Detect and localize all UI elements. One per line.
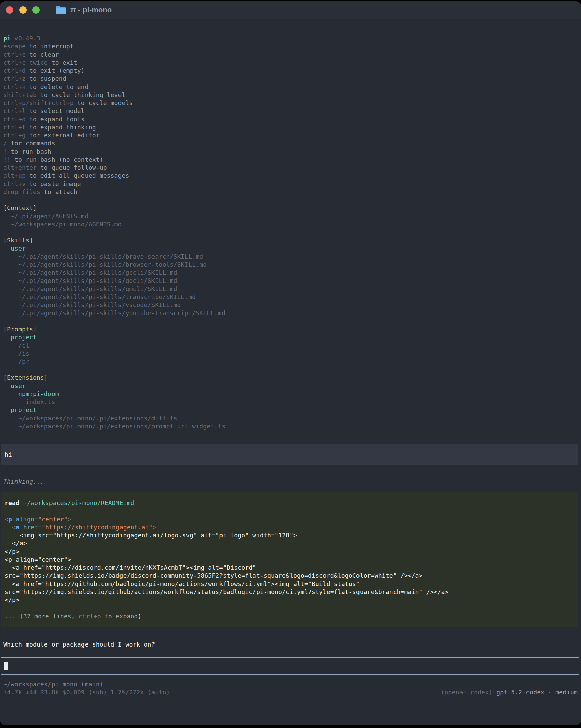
code-line: src="https://img.shields.io/badge/discor… <box>1 572 578 580</box>
shortcut-desc: to attach <box>41 188 77 195</box>
terminal-window: π - pi-mono pi v0.49.3 escape to interru… <box>0 1 581 725</box>
entry-path: ~/.pi/agent/AGENTS.md <box>3 212 88 219</box>
window-title: π - pi-mono <box>70 6 112 14</box>
section-extensions: [Extensions] user npm:pi-doom index.ts p… <box>0 374 581 430</box>
section-entry: /is <box>0 349 581 358</box>
section-entry: /cl <box>0 341 581 349</box>
shortcut-line: / for commands <box>0 139 581 148</box>
tool-call-box: read ~/workspaces/pi-mono/README.md <p a… <box>1 492 578 627</box>
minimize-button[interactable] <box>19 6 27 14</box>
shortcut-key: ctrl+g <box>3 132 26 139</box>
shortcut-desc: to expand tools <box>26 115 85 123</box>
shortcut-key: alt+enter <box>3 164 37 171</box>
entry-path: ~/workspaces/pi-mono/AGENTS.md <box>3 220 122 228</box>
thinking-indicator: Thinking... <box>0 477 581 486</box>
hint-token: (37 more lines, <box>20 613 79 620</box>
provider-label: (openai-codex) <box>441 688 496 696</box>
shortcut-key: !! <box>3 156 11 163</box>
section-entry: project <box>0 406 581 414</box>
shortcut-line: ctrl+t to expand thinking <box>0 123 581 131</box>
user-message-box: hi <box>1 444 578 465</box>
tool-call-header: read ~/workspaces/pi-mono/README.md <box>1 499 578 507</box>
shortcut-key: ctrl+o <box>3 115 26 123</box>
spacer <box>1 507 578 515</box>
shortcut-line: !! to run bash (no context) <box>0 156 581 164</box>
hint-token: ... <box>5 613 20 620</box>
scope-label: project <box>3 407 37 414</box>
section-context: [Context] ~/.pi/agent/AGENTS.md ~/worksp… <box>0 204 581 228</box>
shortcut-desc: for commands <box>7 140 55 147</box>
shortcut-desc: to select model <box>26 107 85 114</box>
shortcut-line: escape to interrupt <box>0 43 581 51</box>
shortcut-key: ctrl+d <box>3 67 26 74</box>
shortcut-key: drop files <box>3 188 41 195</box>
shortcut-key: ctrl+v <box>3 180 26 187</box>
code-token: </p> <box>5 596 20 603</box>
app-version-line: pi v0.49.3 <box>0 34 581 43</box>
code-line: <a href="https://shittycodingagent.ai"> <box>1 523 578 531</box>
tool-arg: ~/workspaces/pi-mono/README.md <box>20 499 134 506</box>
shortcut-desc: to queue follow-up <box>37 164 107 171</box>
shortcut-desc: to delete to end <box>26 83 88 90</box>
code-token: "https://shittycodingagent.ai" <box>42 524 153 531</box>
app-version: v0.49.3 <box>11 35 41 42</box>
code-token: < <box>5 516 8 523</box>
shortcut-desc: to exit (empty) <box>26 67 85 74</box>
tool-output-code: <p align="center"> <a href="https://shit… <box>1 515 578 604</box>
section-skills: [Skills] user ~/.pi/agent/skills/pi-skil… <box>0 236 581 317</box>
shortcut-desc: to exit <box>48 59 77 66</box>
code-line: </a> <box>1 540 578 547</box>
section-entry: ~/.pi/agent/skills/pi-skills/brave-searc… <box>0 253 581 261</box>
section-entry: /pr <box>0 358 581 366</box>
code-token: </p> <box>5 548 20 555</box>
code-token: href <box>23 524 38 531</box>
shortcut-key: ctrl+l <box>3 107 26 114</box>
section-entry: ~/.pi/agent/skills/pi-skills/gmcli/SKILL… <box>0 285 581 293</box>
shortcut-line: drop files to attach <box>0 188 581 196</box>
shortcut-key: alt+up <box>3 172 26 179</box>
code-token: > <box>153 524 157 531</box>
entry-path: /pr <box>3 358 29 365</box>
spacer <box>1 604 578 612</box>
shortcut-key: ctrl+c <box>3 51 26 58</box>
section-entry: ~/workspaces/pi-mono/AGENTS.md <box>0 220 581 228</box>
status-cwd: ~/workspaces/pi-mono (main) <box>0 680 581 688</box>
entry-path: ~/.pi/agent/skills/pi-skills/browser-too… <box>3 261 207 268</box>
section-header: [Extensions] <box>0 374 581 382</box>
code-token: src="https://img.shields.io/github/actio… <box>5 588 448 595</box>
scope-label: project <box>3 334 37 341</box>
tool-name: read <box>5 499 20 506</box>
code-token: > <box>68 516 71 523</box>
entry-path: ~/.pi/agent/skills/pi-skills/brave-searc… <box>3 253 203 260</box>
entry-path: ~/.pi/agent/skills/pi-skills/transcribe/… <box>3 293 195 301</box>
code-token: = <box>34 516 38 523</box>
shortcut-desc: to suspend <box>26 75 66 82</box>
input-line[interactable] <box>1 662 579 670</box>
section-prompts: [Prompts] project /cl /is /pr <box>0 325 581 366</box>
code-token: src="https://img.shields.io/badge/discor… <box>5 572 423 579</box>
shortcut-desc: to cycle thinking level <box>37 91 126 98</box>
prompt-input[interactable] <box>1 657 579 675</box>
section-entry: ~/.pi/agent/skills/pi-skills/gccli/SKILL… <box>0 269 581 277</box>
folder-icon <box>56 6 66 15</box>
maximize-button[interactable] <box>32 6 40 14</box>
section-entry: ~/.pi/agent/skills/pi-skills/browser-too… <box>0 261 581 269</box>
shortcut-key: ! <box>3 148 7 155</box>
shortcut-key: escape <box>3 43 26 50</box>
code-token: <p align="center"> <box>5 556 71 563</box>
code-token: < <box>12 524 16 531</box>
close-button[interactable] <box>6 6 14 14</box>
entry-path: ~/.pi/agent/skills/pi-skills/gdcli/SKILL… <box>3 277 177 284</box>
section-header: [Skills] <box>0 236 581 244</box>
code-token: <a href="https://discord.com/invite/nKXT… <box>5 564 256 571</box>
text-cursor <box>4 662 8 670</box>
code-token: <img src="https://shittycodingagent.ai/l… <box>5 532 297 539</box>
section-entry: ~/workspaces/pi-mono/.pi/extensions/prom… <box>0 422 581 430</box>
scope-label: npm:pi-doom <box>3 390 59 397</box>
code-line: <img src="https://shittycodingagent.ai/l… <box>1 531 578 540</box>
section-entry: user <box>0 382 581 390</box>
terminal-content: pi v0.49.3 escape to interruptctrl+c to … <box>0 19 581 696</box>
entry-path: ~/.pi/agent/skills/pi-skills/vscode/SKIL… <box>3 302 181 308</box>
section-entry: ~/.pi/agent/skills/pi-skills/transcribe/… <box>0 293 581 301</box>
shortcut-key: ctrl+k <box>3 83 26 90</box>
